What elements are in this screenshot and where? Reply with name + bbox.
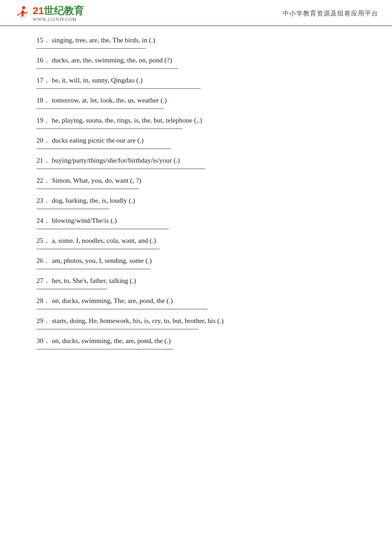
question-content-17: be, it, will, in, sunny, Qingdao (.) [52,77,143,84]
question-content-29: starts, doing, He, homework, his, is, cr… [52,317,224,324]
question-content-30: on, ducks, swimming, the, are, pond, the… [52,337,171,344]
question-content-25: a, some, I, noodles, cola, want, and (.) [52,237,156,244]
question-num-16: 16． [36,56,52,64]
question-block-28: 28． on, ducks, swimming, The, are, pond,… [36,295,365,309]
question-block-21: 21． buying/party/things/she/for/birthday… [36,154,365,169]
question-text-23: 23． dog, barking, the, is, loudly (.) [36,195,365,207]
question-content-27: her, to, She's, father, talking (.) [52,277,136,284]
question-num-26: 26． [36,257,52,264]
question-block-17: 17． be, it, will, in, sunny, Qingdao (.) [36,74,365,89]
answer-line-25 [36,249,160,249]
question-block-19: 19． he, playing, suona, the, rings, is, … [36,114,365,129]
question-content-19: he, playing, suona, the, rings, is, the,… [52,117,202,124]
question-text-16: 16． ducks, are, the, swimming, the, on, … [36,54,365,67]
question-num-24: 24． [36,217,52,224]
question-block-29: 29． starts, doing, He, homework, his, is… [36,315,365,329]
question-num-19: 19． [36,117,52,124]
questions-content: 15． singing, tree, are, the, The birds, … [0,26,392,369]
logo-area: 21世纪教育 WWW.21CNJY.COM [14,5,84,22]
question-num-28: 28． [36,297,52,304]
question-content-24: blowing/wind/The/is (.) [52,217,117,224]
question-content-18: tomorrow, at, let, look, the, us, weathe… [52,97,167,104]
question-num-27: 27． [36,277,52,284]
svg-point-0 [22,6,26,10]
logo-subtitle: WWW.21CNJY.COM [33,17,84,22]
answer-line-29 [36,329,198,329]
question-block-24: 24． blowing/wind/The/is (.) [36,215,365,229]
answer-line-19 [36,128,182,129]
question-num-17: 17． [36,77,52,84]
question-text-27: 27． her, to, She's, father, talking (.) [36,275,365,287]
question-block-16: 16． ducks, are, the, swimming, the, on, … [36,54,365,69]
question-num-25: 25． [36,237,52,244]
question-content-23: dog, barking, the, is, loudly (.) [52,197,135,204]
question-num-15: 15． [36,36,52,44]
answer-line-26 [36,269,150,269]
answer-line-28 [36,309,207,309]
answer-line-30 [36,349,173,349]
question-text-29: 29． starts, doing, He, homework, his, is… [36,315,365,327]
question-num-21: 21． [36,157,52,164]
logo-title: 21世纪教育 [33,5,84,16]
question-num-30: 30． [36,337,52,344]
question-block-27: 27． her, to, She's, father, talking (.) [36,275,365,289]
logo-21: 21 [33,5,44,16]
question-content-20: ducks eating picnic the our are (.) [52,137,144,144]
question-num-22: 22． [36,177,52,184]
question-content-26: am, photos, you, I, sending, some (.) [52,257,152,264]
answer-line-21 [36,169,205,169]
question-text-22: 22． Simon, What, you, do, want (, ?) [36,174,365,187]
question-block-26: 26． am, photos, you, I, sending, some (.… [36,255,365,269]
question-text-25: 25． a, some, I, noodles, cola, want, and… [36,235,365,247]
question-content-28: on, ducks, swimming, The, are, pond, the… [52,297,173,304]
logo-runner-icon [14,5,30,22]
question-content-16: ducks, are, the, swimming, the, on, pond… [52,56,172,64]
question-content-15: singing, tree, are, the, The birds, in (… [52,36,155,44]
question-text-17: 17． be, it, will, in, sunny, Qingdao (.) [36,74,365,87]
answer-line-22 [36,189,139,189]
answer-line-23 [36,209,109,209]
logo-text: 21世纪教育 WWW.21CNJY.COM [33,5,84,21]
question-block-30: 30． on, ducks, swimming, the, are, pond,… [36,335,365,349]
question-block-23: 23． dog, barking, the, is, loudly (.) [36,195,365,209]
answer-line-15 [36,48,146,49]
question-block-20: 20． ducks eating picnic the our are (.) [36,134,365,149]
question-text-20: 20． ducks eating picnic the our are (.) [36,134,365,147]
answer-line-20 [36,149,171,149]
question-num-29: 29． [36,317,52,324]
question-text-21: 21． buying/party/things/she/for/birthday… [36,154,365,167]
question-text-19: 19． he, playing, suona, the, rings, is, … [36,114,365,127]
question-text-26: 26． am, photos, you, I, sending, some (.… [36,255,365,267]
question-num-23: 23． [36,197,52,204]
question-block-22: 22． Simon, What, you, do, want (, ?) [36,174,365,189]
platform-name: 中小学教育资源及组卷应用平台 [283,10,378,18]
question-block-18: 18． tomorrow, at, let, look, the, us, we… [36,94,365,109]
question-text-15: 15． singing, tree, are, the, The birds, … [36,34,365,46]
question-text-18: 18． tomorrow, at, let, look, the, us, we… [36,94,365,107]
answer-line-16 [36,68,178,69]
answer-line-17 [36,88,201,89]
question-content-22: Simon, What, you, do, want (, ?) [52,177,141,184]
answer-line-24 [36,229,169,229]
question-num-20: 20． [36,137,52,144]
logo-shiji: 世纪 [44,5,64,16]
answer-line-18 [36,108,164,109]
question-text-28: 28． on, ducks, swimming, The, are, pond,… [36,295,365,307]
question-block-15: 15． singing, tree, are, the, The birds, … [36,34,365,49]
question-num-18: 18． [36,97,52,104]
question-block-25: 25． a, some, I, noodles, cola, want, and… [36,235,365,249]
page-header: 21世纪教育 WWW.21CNJY.COM 中小学教育资源及组卷应用平台 [0,0,392,26]
question-text-24: 24． blowing/wind/The/is (.) [36,215,365,227]
question-content-21: buying/party/things/she/for/birthday/is/… [52,157,180,164]
logo-jiaoyu: 教育 [64,5,84,16]
question-text-30: 30． on, ducks, swimming, the, are, pond,… [36,335,365,347]
answer-line-27 [36,289,107,289]
